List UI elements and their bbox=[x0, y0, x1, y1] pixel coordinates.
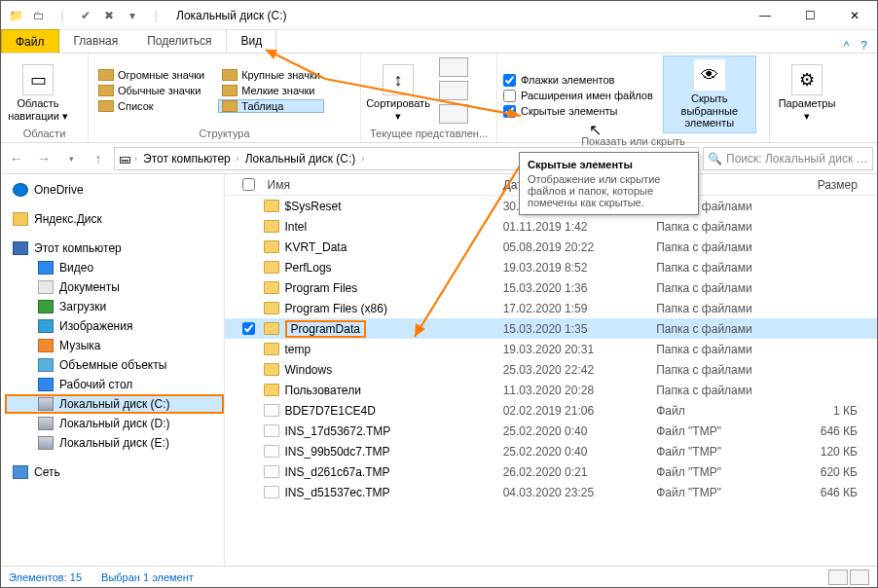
nav-downloads[interactable]: Загрузки bbox=[5, 297, 224, 316]
file-name: Program Files (x86) bbox=[285, 302, 387, 315]
drive-icon bbox=[38, 417, 54, 430]
explorer-icon: 🗀 bbox=[28, 5, 50, 26]
file-row[interactable]: Пользователи11.03.2020 20:28Папка с файл… bbox=[225, 380, 877, 400]
file-row[interactable]: ProgramData15.03.2020 1:35Папка с файлам… bbox=[225, 318, 877, 339]
nav-onedrive[interactable]: OneDrive bbox=[5, 180, 224, 200]
group-layout-label: Структура bbox=[94, 126, 354, 142]
nav-pictures[interactable]: Изображения bbox=[5, 316, 224, 336]
file-row[interactable]: KVRT_Data05.08.2019 20:22Папка с файлами bbox=[225, 237, 877, 257]
tab-share[interactable]: Поделиться bbox=[132, 29, 226, 53]
maximize-button[interactable]: ☐ bbox=[787, 1, 832, 30]
file-icon bbox=[264, 424, 279, 437]
breadcrumb-drive[interactable]: Локальный диск (C:) bbox=[243, 152, 358, 165]
hidden-items-toggle[interactable]: Скрытые элементы bbox=[503, 105, 653, 118]
file-date: 11.03.2020 20:28 bbox=[503, 384, 657, 397]
row-checkbox[interactable] bbox=[242, 322, 255, 335]
file-row[interactable]: INS_d261c67a.TMP26.02.2020 0:21Файл "TMP… bbox=[225, 461, 877, 482]
nav-videos[interactable]: Видео bbox=[5, 258, 224, 277]
nav-thispc[interactable]: Этот компьютер bbox=[5, 239, 224, 258]
nav-drive-e[interactable]: Локальный диск (E:) bbox=[5, 433, 224, 453]
ribbon: ▭ Область навигации ▾ Области Огромные з… bbox=[1, 54, 877, 143]
nav-3d-objects[interactable]: Объемные объекты bbox=[5, 355, 224, 375]
nav-drive-d[interactable]: Локальный диск (D:) bbox=[5, 414, 224, 433]
file-row[interactable]: Program Files15.03.2020 1:36Папка с файл… bbox=[225, 277, 877, 298]
nav-desktop[interactable]: Рабочий стол bbox=[5, 375, 224, 394]
sort-button[interactable]: ↕ Сортировать ▾ bbox=[367, 58, 429, 122]
file-name: BDE7D7E1CE4D bbox=[285, 404, 376, 418]
file-type: Файл "TMP" bbox=[656, 486, 810, 499]
chevron-down-icon[interactable]: ▾ bbox=[122, 5, 143, 26]
checkmark-icon[interactable]: ✔ bbox=[75, 5, 96, 26]
nav-network[interactable]: Сеть bbox=[5, 462, 224, 482]
file-row[interactable]: INS_17d53672.TMP25.02.2020 0:40Файл "TMP… bbox=[225, 421, 877, 441]
breadcrumb-pc[interactable]: Этот компьютер bbox=[141, 152, 233, 165]
file-type: Папка с файлами bbox=[656, 240, 810, 254]
folder-icon bbox=[264, 261, 279, 274]
nav-documents[interactable]: Документы bbox=[5, 277, 224, 297]
recent-locations-button[interactable]: ▾ bbox=[59, 147, 83, 170]
navigation-pane-button[interactable]: ▭ Область навигации ▾ bbox=[7, 58, 69, 122]
file-name: Intel bbox=[285, 220, 308, 234]
thumbnails-view-button[interactable] bbox=[850, 570, 869, 585]
file-type: Файл "TMP" bbox=[656, 424, 810, 438]
onedrive-icon bbox=[13, 183, 28, 197]
file-row[interactable]: Program Files (x86)17.02.2020 1:59Папка … bbox=[225, 298, 877, 318]
tooltip-title: Скрытые элементы bbox=[528, 159, 690, 170]
group-panes-label: Области bbox=[7, 126, 82, 142]
file-type: Файл "TMP" bbox=[656, 465, 810, 479]
nav-music[interactable]: Музыка bbox=[5, 336, 224, 355]
chevron-right-icon[interactable]: › bbox=[235, 154, 241, 164]
file-type: Папка с файлами bbox=[656, 281, 810, 295]
file-name: INS_17d53672.TMP bbox=[285, 424, 391, 438]
column-size[interactable]: Размер bbox=[810, 178, 877, 192]
chevron-right-icon[interactable]: › bbox=[359, 154, 366, 164]
navigation-pane[interactable]: OneDrive Яндекс.Диск Этот компьютер Виде… bbox=[1, 174, 225, 566]
chevron-right-icon[interactable]: › bbox=[132, 154, 139, 164]
status-item-count: Элементов: 15 bbox=[9, 571, 82, 583]
details-view-button[interactable] bbox=[828, 570, 848, 585]
group-by-icon[interactable] bbox=[439, 57, 468, 77]
videos-icon bbox=[38, 261, 54, 275]
column-name[interactable]: Имя bbox=[264, 178, 503, 192]
up-button[interactable]: ↑ bbox=[87, 147, 110, 170]
file-type: Папка с файлами bbox=[656, 363, 810, 377]
file-row[interactable]: BDE7D7E1CE4D02.02.2019 21:06Файл1 КБ bbox=[225, 400, 877, 421]
folder-icon bbox=[264, 200, 279, 212]
file-row[interactable]: Windows25.03.2020 22:42Папка с файлами bbox=[225, 359, 877, 380]
file-row[interactable]: Intel01.11.2019 1:42Папка с файлами bbox=[225, 216, 877, 237]
drive-icon: 🖴 bbox=[119, 152, 130, 165]
tab-home[interactable]: Главная bbox=[59, 29, 133, 53]
folder-icon: 📁 bbox=[5, 5, 26, 26]
search-box[interactable]: 🔍 Поиск: Локальный диск (C:) bbox=[703, 147, 873, 170]
cancel-icon[interactable]: ✖ bbox=[98, 5, 120, 26]
nav-drive-c[interactable]: Локальный диск (C:) bbox=[5, 394, 224, 414]
group-currentview-label: Текущее представлен... bbox=[367, 126, 491, 142]
folder-icon bbox=[264, 220, 279, 233]
add-columns-icon[interactable] bbox=[439, 81, 468, 100]
tab-file[interactable]: Файл bbox=[1, 29, 59, 53]
back-button[interactable]: ← bbox=[5, 147, 28, 170]
file-date: 15.03.2020 1:35 bbox=[503, 322, 657, 336]
hide-selected-button[interactable]: 👁 Скрыть выбранные элементы bbox=[663, 55, 756, 133]
size-columns-icon[interactable] bbox=[439, 104, 468, 124]
file-list[interactable]: $SysReset30.03.2020 0:15Папка с файламиI… bbox=[225, 196, 877, 566]
hide-icon: 👁 bbox=[694, 59, 725, 91]
forward-button[interactable]: → bbox=[32, 147, 55, 170]
item-checkboxes-toggle[interactable]: Флажки элементов bbox=[503, 74, 653, 87]
file-row[interactable]: temp19.03.2020 20:31Папка с файлами bbox=[225, 339, 877, 359]
close-button[interactable]: ✕ bbox=[832, 1, 877, 30]
folder-icon bbox=[264, 281, 279, 294]
select-all-checkbox[interactable] bbox=[235, 178, 264, 191]
options-button[interactable]: ⚙ Параметры ▾ bbox=[776, 58, 838, 122]
minimize-button[interactable]: — bbox=[743, 1, 787, 30]
file-row[interactable]: PerfLogs19.03.2019 8:52Папка с файлами bbox=[225, 257, 877, 277]
file-row[interactable]: INS_d51537ec.TMP04.03.2020 23:25Файл "TM… bbox=[225, 482, 877, 502]
tab-view[interactable]: Вид bbox=[226, 29, 276, 53]
collapse-ribbon-icon[interactable]: ^ bbox=[844, 39, 850, 53]
file-icon bbox=[264, 404, 279, 417]
layout-gallery[interactable]: Огромные значки Крупные значки Обычные з… bbox=[94, 68, 324, 113]
file-extensions-toggle[interactable]: Расширения имен файлов bbox=[503, 90, 653, 102]
help-icon[interactable]: ? bbox=[860, 39, 867, 53]
nav-yandex-disk[interactable]: Яндекс.Диск bbox=[5, 209, 224, 229]
file-row[interactable]: INS_99b50dc7.TMP25.02.2020 0:40Файл "TMP… bbox=[225, 441, 877, 461]
